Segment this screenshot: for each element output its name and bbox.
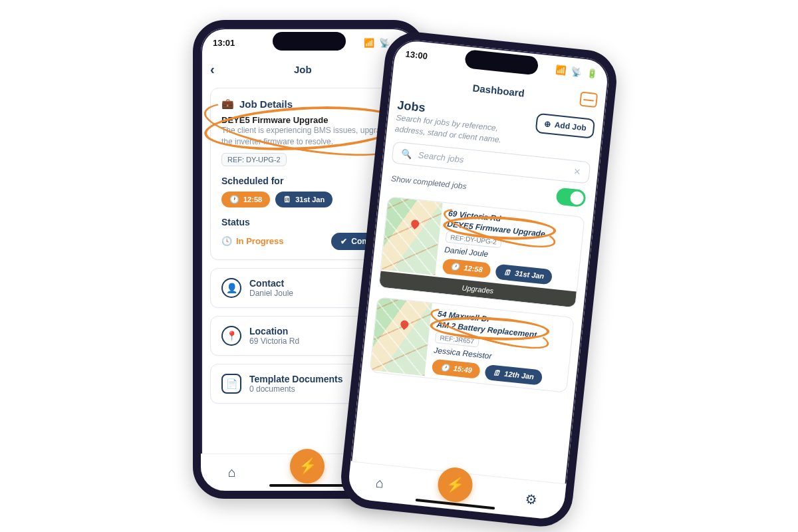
search-placeholder: Search jobs bbox=[418, 150, 464, 164]
job-card[interactable]: 54 Maxwell Dr AM 2 Battery Replacement R… bbox=[370, 297, 575, 393]
status-text: 🕓 In Progress bbox=[221, 236, 284, 246]
job-title: DEYE5 Firmware Upgrade bbox=[221, 115, 397, 125]
map-pin-icon bbox=[410, 218, 421, 229]
check-icon: ✔ bbox=[340, 237, 347, 246]
job-date-pill: 🗓 31st Jan bbox=[495, 263, 553, 285]
job-time: 15:49 bbox=[453, 364, 472, 374]
calendar-icon: 🗓 bbox=[503, 268, 511, 277]
job-card[interactable]: 69 Victoria Rd DEYE5 Firmware Upgrade RE… bbox=[378, 196, 585, 308]
date-pill[interactable]: 🗓 31st Jan bbox=[275, 192, 332, 207]
nav-bar: ‹ Job 0 bbox=[210, 57, 408, 81]
screen-dashboard: Dashboard Jobs Search for jobs by refere… bbox=[350, 67, 608, 484]
search-icon: 🔍 bbox=[400, 148, 412, 159]
job-date-pill: 🗓 12th Jan bbox=[484, 364, 543, 385]
contact-label: Contact bbox=[249, 278, 293, 289]
time-value: 12:58 bbox=[243, 196, 262, 203]
home-indicator bbox=[269, 484, 349, 487]
job-details-heading-text: Job Details bbox=[239, 98, 293, 110]
job-details-heading: 💼 Job Details bbox=[221, 98, 397, 110]
pin-plus-icon: ⊕ bbox=[543, 119, 551, 129]
clock-icon: 🕐 bbox=[229, 195, 239, 204]
nav-title: Job bbox=[215, 64, 391, 75]
job-time-pill: 🕐 12:58 bbox=[442, 258, 491, 278]
scheduled-heading: Scheduled for bbox=[221, 176, 397, 186]
add-job-label: Add Job bbox=[554, 120, 587, 133]
template-label: Template Documents bbox=[249, 374, 343, 384]
map-thumbnail bbox=[381, 197, 443, 275]
contact-value: Daniel Joule bbox=[249, 289, 293, 298]
time-pill[interactable]: 🕐 12:58 bbox=[221, 192, 270, 207]
job-date: 31st Jan bbox=[515, 269, 545, 281]
calendar-icon: 🗓 bbox=[493, 368, 501, 377]
toggle-label: Show completed jobs bbox=[390, 174, 467, 191]
status-time: 13:00 bbox=[405, 49, 428, 61]
device-notch bbox=[273, 32, 346, 51]
wifi-icon: 📡 bbox=[379, 38, 390, 48]
clock-icon: 🕐 bbox=[440, 362, 450, 372]
date-value: 31st Jan bbox=[295, 196, 325, 203]
briefcase-icon: 💼 bbox=[221, 98, 234, 110]
completed-toggle[interactable] bbox=[555, 187, 586, 207]
location-value: 69 Victoria Rd bbox=[249, 336, 299, 346]
status-time: 13:01 bbox=[213, 38, 235, 48]
fab-action[interactable]: ⚡ bbox=[290, 449, 325, 483]
tab-home[interactable]: ⌂ bbox=[375, 475, 384, 491]
template-value: 0 documents bbox=[249, 384, 343, 394]
wifi-icon: 📡 bbox=[571, 66, 582, 77]
back-button[interactable]: ‹ bbox=[210, 62, 215, 77]
person-icon: 👤 bbox=[221, 278, 241, 298]
document-icon: 📄 bbox=[221, 374, 241, 394]
inbox-icon[interactable] bbox=[579, 91, 598, 108]
phone-dashboard: 13:00 📶 📡 🔋 Dashboard Jobs Search for jo… bbox=[338, 29, 619, 530]
pin-icon: 📍 bbox=[221, 326, 241, 346]
progress-icon: 🕓 bbox=[221, 236, 232, 246]
tab-settings[interactable]: ⚙ bbox=[525, 491, 538, 508]
signal-icon: 📶 bbox=[555, 65, 567, 76]
job-ref: REF:JR657 bbox=[435, 331, 479, 347]
add-job-button[interactable]: ⊕ Add Job bbox=[535, 113, 595, 139]
job-time-pill: 🕐 15:49 bbox=[432, 358, 481, 378]
tab-home[interactable]: ⌂ bbox=[228, 465, 236, 480]
location-label: Location bbox=[249, 326, 299, 336]
battery-icon: 🔋 bbox=[587, 68, 598, 79]
calendar-icon: 🗓 bbox=[283, 195, 291, 204]
clear-search-icon[interactable]: ✕ bbox=[573, 166, 582, 177]
job-ref-chip: REF: DY-UPG-2 bbox=[221, 153, 287, 166]
status-label: In Progress bbox=[236, 236, 284, 246]
job-date: 12th Jan bbox=[504, 370, 535, 381]
map-pin-icon bbox=[399, 319, 410, 330]
signal-icon: 📶 bbox=[364, 38, 374, 48]
job-description: The client is experiencing BMS issues, u… bbox=[221, 125, 397, 148]
clock-icon: 🕐 bbox=[450, 262, 460, 271]
map-thumbnail bbox=[370, 297, 432, 376]
status-icons: 📶 📡 🔋 bbox=[553, 64, 598, 78]
job-time: 12:58 bbox=[464, 264, 483, 274]
